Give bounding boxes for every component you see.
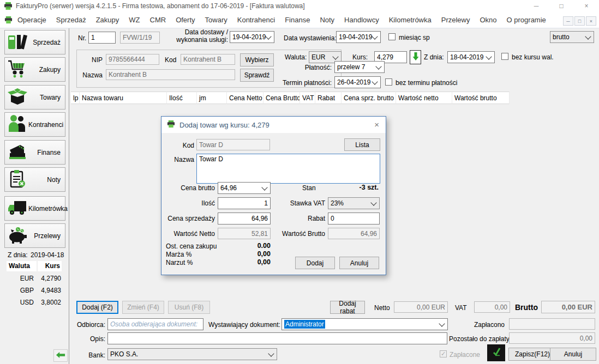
column-header-wartosc-brutto[interactable]: Wartość brutto — [452, 92, 510, 104]
bez-kursu-checkbox[interactable] — [501, 53, 508, 60]
rate-row-value: 4,2790 — [36, 275, 61, 282]
menu-zakupy[interactable]: Zakupy — [91, 16, 124, 24]
delivery-date-label-line1: Data dostawy / — [185, 28, 228, 36]
dialog-dodaj-button[interactable]: Dodaj — [295, 257, 335, 269]
sidebar-button-kilometrowka[interactable]: Kilometrówka — [4, 196, 65, 221]
price-mode-select[interactable]: brutto — [550, 31, 594, 43]
delivery-date-select[interactable]: 19-04-2019 — [230, 31, 274, 43]
chevron-down-icon — [375, 63, 381, 69]
ilosc-input[interactable] — [218, 197, 271, 209]
odbiorca-input[interactable] — [107, 318, 203, 330]
chevron-down-icon — [585, 33, 591, 39]
minimize-icon[interactable]: ─ — [524, 0, 549, 12]
quick-save-button[interactable] — [487, 344, 505, 361]
menu-o-programie[interactable]: O programie — [502, 16, 551, 24]
close-icon[interactable]: × — [574, 0, 599, 12]
dialog-nazwa-textarea[interactable]: Towar D — [196, 154, 380, 184]
rabat-input[interactable] — [328, 213, 380, 225]
lista-button[interactable]: Lista — [344, 138, 380, 151]
column-header-vat[interactable]: VAT — [300, 92, 315, 104]
nazwa-label: Nazwa — [80, 71, 103, 79]
bez-terminu-checkbox[interactable] — [385, 78, 392, 86]
sprawdz-button[interactable]: Sprawdź — [240, 69, 274, 82]
usun-f8-button: Usuń (F8) — [168, 301, 210, 314]
platnosc-value: przelew 7 — [337, 63, 365, 71]
contractors-people-icon — [7, 114, 28, 135]
miesiac-sp-checkbox[interactable] — [388, 33, 396, 40]
maximize-icon[interactable]: □ — [549, 0, 574, 12]
platnosc-label: Płatność: — [299, 64, 332, 71]
termin-select[interactable]: 26-04-2019 — [334, 76, 381, 88]
cena-brutto-select[interactable]: 64,96 — [218, 182, 271, 194]
zapisz-f12-button[interactable]: Zapisz(F12) — [508, 348, 556, 361]
menu-handlowcy[interactable]: Handlowcy — [339, 16, 384, 24]
purchases-cart-icon — [7, 59, 28, 80]
issue-date-select[interactable]: 19-04-2019 — [336, 31, 381, 43]
wybierz-button[interactable]: Wybierz — [240, 53, 274, 66]
dialog-anuluj-button[interactable]: Anuluj — [339, 257, 379, 269]
anuluj-button[interactable]: Anuluj — [550, 348, 596, 361]
chevron-down-icon — [332, 53, 338, 59]
column-header-wartosc-netto[interactable]: Wartość netto — [396, 92, 452, 104]
column-header-cena-netto[interactable]: Cena Netto — [227, 92, 263, 104]
menu-przelewy[interactable]: Przelewy — [436, 16, 475, 24]
cena-sprzedazy-input[interactable] — [218, 213, 271, 225]
sidebar-button-przelewy[interactable]: Przelewy — [4, 223, 65, 248]
opis-input[interactable] — [107, 332, 447, 344]
menu-finanse[interactable]: Finanse — [280, 16, 315, 24]
menu-kontrahenci[interactable]: Kontrahenci — [232, 16, 280, 24]
dodaj-rabat-button[interactable]: Dodaj rabat — [330, 301, 365, 314]
menu-sprzedaz[interactable]: Sprzedaż — [51, 16, 91, 24]
sidebar-button-sprzedaz[interactable]: Sprzedaż — [4, 30, 65, 54]
sidebar-button-kontrahenci[interactable]: Kontrahenci — [4, 112, 65, 137]
stawka-vat-select[interactable]: 23% — [328, 197, 380, 209]
dialog-close-icon[interactable]: × — [374, 120, 379, 129]
fetch-rate-button[interactable] — [410, 50, 421, 64]
dodaj-f2-button[interactable]: Dodaj (F2) — [76, 301, 118, 314]
odbiorca-label: Odbiorca: — [73, 321, 105, 329]
narzut-label: Narzut % — [166, 259, 193, 266]
cena-brutto-value: 64,96 — [220, 184, 237, 192]
collapse-sidebar-button[interactable] — [53, 349, 68, 362]
menu-towary[interactable]: Towary — [200, 16, 232, 24]
stawka-vat-value: 23% — [331, 199, 344, 207]
rate-date-select[interactable]: 18-04-2019 — [447, 51, 495, 63]
sidebar-button-finanse[interactable]: Finanse — [4, 140, 65, 165]
platnosc-select[interactable]: przelew 7 — [334, 61, 385, 73]
menu-oferty[interactable]: Oferty — [171, 16, 200, 24]
menu-cmr[interactable]: CMR — [145, 16, 171, 24]
menu-operacje[interactable]: Operacje — [13, 16, 51, 24]
bez-kursu-label: bez kursu wal. — [512, 53, 554, 61]
column-header-lp[interactable]: lp — [71, 92, 80, 104]
dialog-kod-field — [196, 139, 270, 150]
column-header-jm[interactable]: jm — [197, 92, 227, 104]
column-header-ilosc[interactable]: Ilość — [167, 92, 197, 104]
rates-date-value: 2019-04-18 — [31, 251, 64, 259]
green-down-arrow-icon — [412, 52, 419, 63]
sidebar-button-noty[interactable]: Noty — [4, 167, 65, 192]
invoice-nr-input[interactable] — [88, 32, 116, 44]
vat-label: VAT — [455, 304, 467, 312]
zaplacone-checkbox: ✓ — [440, 350, 447, 357]
menu-noty[interactable]: Noty — [315, 16, 339, 24]
column-header-nazwa-towaru[interactable]: Nazwa towaru — [80, 92, 167, 104]
column-header-rabat[interactable]: Rabat — [315, 92, 342, 104]
dialog-kod-label: Kod — [171, 142, 194, 149]
rate-date-value: 18-04-2019 — [450, 53, 483, 61]
opis-label: Opis: — [73, 335, 105, 343]
mdi-restore-icon[interactable]: □ — [574, 16, 585, 26]
menu-kilometrowka[interactable]: Kilometrówka — [384, 16, 436, 24]
menu-okno[interactable]: Okno — [475, 16, 501, 24]
wartosc-brutto-label: Wartość Brutto — [277, 230, 325, 238]
column-header-cena-brutto[interactable]: Cena Brutto — [263, 92, 300, 104]
sidebar-label-finanse: Finanse — [37, 149, 61, 156]
bank-select[interactable]: PKO S.A. — [107, 348, 277, 360]
mdi-close-icon[interactable]: × — [586, 16, 596, 26]
sidebar-button-zakupy[interactable]: Zakupy — [4, 57, 65, 82]
sidebar-button-towary[interactable]: Towary — [4, 85, 65, 110]
menu-wz[interactable]: WZ — [124, 16, 145, 24]
mdi-minimize-icon[interactable]: ─ — [563, 16, 573, 26]
marza-value: 0,00 — [227, 250, 271, 258]
wystawiajacy-select[interactable]: Administrator — [281, 318, 448, 330]
column-header-cena-sprz-brutto[interactable]: Cena sprz. brutto — [342, 92, 396, 104]
